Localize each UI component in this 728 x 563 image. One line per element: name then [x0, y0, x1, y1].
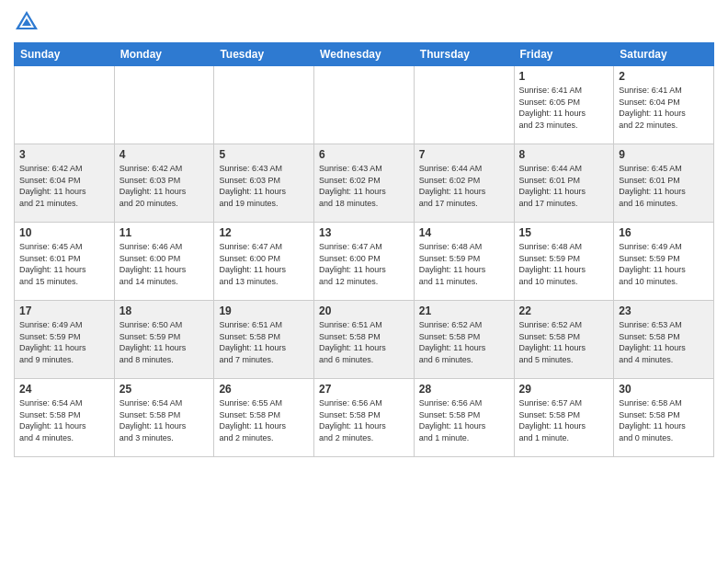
day-number: 10 [19, 226, 109, 239]
day-cell: 11Sunrise: 6:46 AM Sunset: 6:00 PM Dayli… [114, 223, 214, 301]
day-info: Sunrise: 6:45 AM Sunset: 6:01 PM Dayligh… [619, 163, 709, 209]
day-number: 4 [119, 148, 210, 161]
day-number: 22 [519, 304, 609, 317]
day-info: Sunrise: 6:58 AM Sunset: 5:58 PM Dayligh… [619, 397, 709, 443]
day-info: Sunrise: 6:51 AM Sunset: 5:58 PM Dayligh… [319, 319, 409, 365]
day-cell: 7Sunrise: 6:44 AM Sunset: 6:02 PM Daylig… [414, 144, 514, 223]
day-info: Sunrise: 6:50 AM Sunset: 5:59 PM Dayligh… [119, 319, 210, 365]
calendar: SundayMondayTuesdayWednesdayThursdayFrid… [14, 42, 714, 457]
week-row-1: 1Sunrise: 6:41 AM Sunset: 6:05 PM Daylig… [15, 66, 714, 144]
day-cell: 29Sunrise: 6:57 AM Sunset: 5:58 PM Dayli… [514, 379, 614, 457]
day-cell: 5Sunrise: 6:43 AM Sunset: 6:03 PM Daylig… [214, 144, 314, 223]
day-number: 25 [119, 383, 210, 396]
day-cell [314, 66, 415, 144]
day-cell: 28Sunrise: 6:56 AM Sunset: 5:58 PM Dayli… [414, 379, 514, 457]
weekday-header-monday: Monday [114, 43, 214, 66]
day-number: 24 [19, 383, 109, 396]
day-cell: 8Sunrise: 6:44 AM Sunset: 6:01 PM Daylig… [514, 144, 614, 223]
day-info: Sunrise: 6:54 AM Sunset: 5:58 PM Dayligh… [19, 397, 109, 443]
day-cell: 6Sunrise: 6:43 AM Sunset: 6:02 PM Daylig… [314, 144, 415, 223]
day-cell: 1Sunrise: 6:41 AM Sunset: 6:05 PM Daylig… [514, 66, 614, 144]
day-cell: 22Sunrise: 6:52 AM Sunset: 5:58 PM Dayli… [514, 301, 614, 379]
day-cell: 15Sunrise: 6:48 AM Sunset: 5:59 PM Dayli… [514, 223, 614, 301]
day-cell: 23Sunrise: 6:53 AM Sunset: 5:58 PM Dayli… [614, 301, 714, 379]
day-info: Sunrise: 6:46 AM Sunset: 6:00 PM Dayligh… [119, 241, 210, 287]
day-info: Sunrise: 6:44 AM Sunset: 6:01 PM Dayligh… [519, 163, 609, 209]
day-number: 21 [419, 304, 509, 317]
day-number: 3 [19, 148, 109, 161]
day-number: 1 [519, 70, 609, 83]
day-info: Sunrise: 6:48 AM Sunset: 5:59 PM Dayligh… [519, 241, 609, 287]
day-cell: 27Sunrise: 6:56 AM Sunset: 5:58 PM Dayli… [314, 379, 415, 457]
logo [14, 9, 43, 35]
week-row-3: 10Sunrise: 6:45 AM Sunset: 6:01 PM Dayli… [15, 223, 714, 301]
day-number: 27 [319, 383, 409, 396]
day-info: Sunrise: 6:47 AM Sunset: 6:00 PM Dayligh… [319, 241, 409, 287]
day-number: 26 [219, 383, 309, 396]
day-info: Sunrise: 6:56 AM Sunset: 5:58 PM Dayligh… [419, 397, 509, 443]
day-info: Sunrise: 6:55 AM Sunset: 5:58 PM Dayligh… [219, 397, 309, 443]
day-cell [214, 66, 314, 144]
weekday-header-sunday: Sunday [15, 43, 115, 66]
day-number: 19 [219, 304, 309, 317]
day-cell: 3Sunrise: 6:42 AM Sunset: 6:04 PM Daylig… [15, 144, 115, 223]
day-info: Sunrise: 6:43 AM Sunset: 6:02 PM Dayligh… [319, 163, 409, 209]
day-info: Sunrise: 6:49 AM Sunset: 5:59 PM Dayligh… [619, 241, 709, 287]
day-cell: 21Sunrise: 6:52 AM Sunset: 5:58 PM Dayli… [414, 301, 514, 379]
week-row-4: 17Sunrise: 6:49 AM Sunset: 5:59 PM Dayli… [15, 301, 714, 379]
day-cell: 12Sunrise: 6:47 AM Sunset: 6:00 PM Dayli… [214, 223, 314, 301]
logo-icon [14, 9, 40, 35]
day-cell: 25Sunrise: 6:54 AM Sunset: 5:58 PM Dayli… [114, 379, 214, 457]
weekday-header-row: SundayMondayTuesdayWednesdayThursdayFrid… [15, 43, 714, 66]
day-info: Sunrise: 6:52 AM Sunset: 5:58 PM Dayligh… [519, 319, 609, 365]
day-number: 23 [619, 304, 709, 317]
day-number: 14 [419, 226, 509, 239]
day-cell: 17Sunrise: 6:49 AM Sunset: 5:59 PM Dayli… [15, 301, 115, 379]
day-number: 2 [619, 70, 709, 83]
day-number: 28 [419, 383, 509, 396]
day-info: Sunrise: 6:43 AM Sunset: 6:03 PM Dayligh… [219, 163, 309, 209]
week-row-5: 24Sunrise: 6:54 AM Sunset: 5:58 PM Dayli… [15, 379, 714, 457]
day-info: Sunrise: 6:42 AM Sunset: 6:03 PM Dayligh… [119, 163, 210, 209]
header [14, 9, 714, 35]
day-number: 29 [519, 383, 609, 396]
day-number: 30 [619, 383, 709, 396]
day-number: 13 [319, 226, 409, 239]
day-cell [114, 66, 214, 144]
day-info: Sunrise: 6:48 AM Sunset: 5:59 PM Dayligh… [419, 241, 509, 287]
day-cell: 20Sunrise: 6:51 AM Sunset: 5:58 PM Dayli… [314, 301, 415, 379]
day-info: Sunrise: 6:41 AM Sunset: 6:05 PM Dayligh… [519, 85, 609, 131]
day-info: Sunrise: 6:47 AM Sunset: 6:00 PM Dayligh… [219, 241, 309, 287]
day-info: Sunrise: 6:44 AM Sunset: 6:02 PM Dayligh… [419, 163, 509, 209]
day-number: 17 [19, 304, 109, 317]
weekday-header-wednesday: Wednesday [314, 43, 415, 66]
weekday-header-saturday: Saturday [614, 43, 714, 66]
day-info: Sunrise: 6:51 AM Sunset: 5:58 PM Dayligh… [219, 319, 309, 365]
week-row-2: 3Sunrise: 6:42 AM Sunset: 6:04 PM Daylig… [15, 144, 714, 223]
day-info: Sunrise: 6:54 AM Sunset: 5:58 PM Dayligh… [119, 397, 210, 443]
weekday-header-thursday: Thursday [414, 43, 514, 66]
weekday-header-friday: Friday [514, 43, 614, 66]
day-info: Sunrise: 6:53 AM Sunset: 5:58 PM Dayligh… [619, 319, 709, 365]
page: SundayMondayTuesdayWednesdayThursdayFrid… [0, 0, 728, 563]
day-number: 20 [319, 304, 409, 317]
day-cell: 2Sunrise: 6:41 AM Sunset: 6:04 PM Daylig… [614, 66, 714, 144]
day-number: 11 [119, 226, 210, 239]
day-number: 18 [119, 304, 210, 317]
day-cell: 10Sunrise: 6:45 AM Sunset: 6:01 PM Dayli… [15, 223, 115, 301]
day-info: Sunrise: 6:42 AM Sunset: 6:04 PM Dayligh… [19, 163, 109, 209]
day-info: Sunrise: 6:45 AM Sunset: 6:01 PM Dayligh… [19, 241, 109, 287]
day-cell: 16Sunrise: 6:49 AM Sunset: 5:59 PM Dayli… [614, 223, 714, 301]
day-number: 16 [619, 226, 709, 239]
day-cell: 30Sunrise: 6:58 AM Sunset: 5:58 PM Dayli… [614, 379, 714, 457]
day-cell: 18Sunrise: 6:50 AM Sunset: 5:59 PM Dayli… [114, 301, 214, 379]
day-info: Sunrise: 6:41 AM Sunset: 6:04 PM Dayligh… [619, 85, 709, 131]
day-cell: 19Sunrise: 6:51 AM Sunset: 5:58 PM Dayli… [214, 301, 314, 379]
day-number: 7 [419, 148, 509, 161]
day-number: 9 [619, 148, 709, 161]
weekday-header-tuesday: Tuesday [214, 43, 314, 66]
day-cell [15, 66, 115, 144]
day-cell: 13Sunrise: 6:47 AM Sunset: 6:00 PM Dayli… [314, 223, 415, 301]
day-cell [414, 66, 514, 144]
day-cell: 14Sunrise: 6:48 AM Sunset: 5:59 PM Dayli… [414, 223, 514, 301]
